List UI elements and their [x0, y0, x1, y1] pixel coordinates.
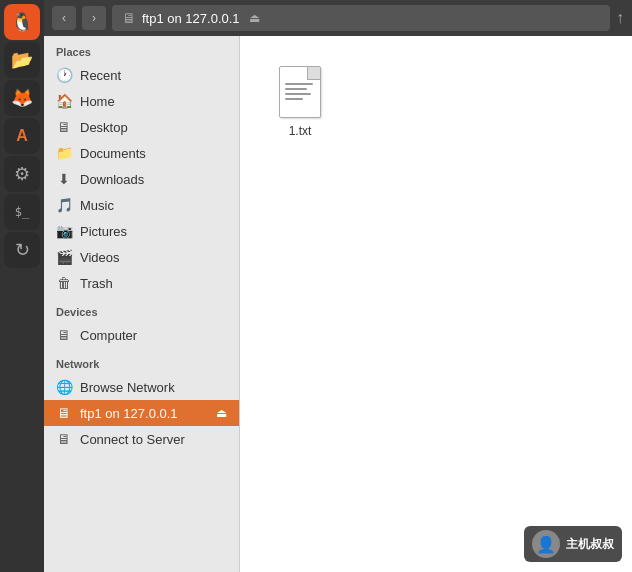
sidebar-item-ftp1[interactable]: 🖥 ftp1 on 127.0.0.1 ⏏	[44, 400, 239, 426]
file-icon-1txt	[276, 64, 324, 120]
software-icon: A	[16, 127, 28, 145]
dock-icon-update[interactable]: ↻	[4, 232, 40, 268]
file-line-4	[285, 98, 303, 100]
home-icon: 🏠	[56, 93, 72, 109]
documents-icon: 📁	[56, 145, 72, 161]
file-page-1txt	[279, 66, 321, 118]
dock-icon-settings[interactable]: ⚙	[4, 156, 40, 192]
titlebar: ‹ › 🖥 ftp1 on 127.0.0.1 ⏏ ↑	[44, 0, 632, 36]
sidebar-item-trash[interactable]: 🗑 Trash	[44, 270, 239, 296]
sidebar-item-home-label: Home	[80, 94, 115, 109]
location-text: ftp1 on 127.0.0.1	[142, 11, 240, 26]
dock-icon-ubuntu[interactable]: 🐧	[4, 4, 40, 40]
sidebar-item-connect-server[interactable]: 🖥 Connect to Server	[44, 426, 239, 452]
settings-icon: ⚙	[14, 163, 30, 185]
back-icon: ‹	[62, 11, 66, 25]
music-icon: 🎵	[56, 197, 72, 213]
ftp1-eject-icon[interactable]: ⏏	[216, 406, 227, 420]
file-item-1txt[interactable]: 1.txt	[260, 56, 340, 146]
sidebar: Places 🕐 Recent 🏠 Home 🖥 Desktop 📁 Docum…	[44, 36, 240, 572]
desktop-icon: 🖥	[56, 119, 72, 135]
location-computer-icon: 🖥	[122, 10, 136, 26]
sidebar-item-music-label: Music	[80, 198, 114, 213]
watermark: 👤 主机叔叔	[524, 526, 622, 562]
location-bar[interactable]: 🖥 ftp1 on 127.0.0.1 ⏏	[112, 5, 610, 31]
sidebar-item-desktop[interactable]: 🖥 Desktop	[44, 114, 239, 140]
firefox-icon: 🦊	[11, 87, 33, 109]
dock-icon-terminal[interactable]: $_	[4, 194, 40, 230]
sidebar-section-devices: Devices	[44, 296, 239, 322]
file-line-2	[285, 88, 307, 90]
dock: 🐧 📂 🦊 A ⚙ $_ ↻	[0, 0, 44, 572]
sidebar-item-videos[interactable]: 🎬 Videos	[44, 244, 239, 270]
sidebar-item-pictures-label: Pictures	[80, 224, 127, 239]
sidebar-item-trash-label: Trash	[80, 276, 113, 291]
file-name-1txt: 1.txt	[289, 124, 312, 138]
sidebar-item-connect-server-label: Connect to Server	[80, 432, 185, 447]
sidebar-item-music[interactable]: 🎵 Music	[44, 192, 239, 218]
eject-button[interactable]: ⏏	[246, 9, 264, 27]
watermark-avatar-icon: 👤	[536, 535, 556, 554]
recent-icon: 🕐	[56, 67, 72, 83]
videos-icon: 🎬	[56, 249, 72, 265]
sidebar-item-desktop-label: Desktop	[80, 120, 128, 135]
sidebar-item-videos-label: Videos	[80, 250, 120, 265]
trash-icon: 🗑	[56, 275, 72, 291]
dock-icon-firefox[interactable]: 🦊	[4, 80, 40, 116]
content-area: Places 🕐 Recent 🏠 Home 🖥 Desktop 📁 Docum…	[44, 36, 632, 572]
files-icon: 📂	[11, 49, 33, 71]
dock-icon-files[interactable]: 📂	[4, 42, 40, 78]
sort-icon[interactable]: ↑	[616, 9, 624, 27]
forward-icon: ›	[92, 11, 96, 25]
watermark-text: 主机叔叔	[566, 536, 614, 553]
back-button[interactable]: ‹	[52, 6, 76, 30]
sidebar-item-home[interactable]: 🏠 Home	[44, 88, 239, 114]
ubuntu-icon: 🐧	[11, 11, 33, 33]
file-line-3	[285, 93, 311, 95]
sidebar-item-computer-label: Computer	[80, 328, 137, 343]
sidebar-item-ftp1-label: ftp1 on 127.0.0.1	[80, 406, 178, 421]
sidebar-item-documents[interactable]: 📁 Documents	[44, 140, 239, 166]
file-area: 1.txt	[240, 36, 632, 572]
ftp1-icon: 🖥	[56, 405, 72, 421]
terminal-icon: $_	[15, 205, 29, 219]
pictures-icon: 📷	[56, 223, 72, 239]
sidebar-item-browse-network-label: Browse Network	[80, 380, 175, 395]
sidebar-item-documents-label: Documents	[80, 146, 146, 161]
main-window: ‹ › 🖥 ftp1 on 127.0.0.1 ⏏ ↑ Places 🕐 Rec…	[44, 0, 632, 572]
sidebar-item-computer[interactable]: 🖥 Computer	[44, 322, 239, 348]
sidebar-item-pictures[interactable]: 📷 Pictures	[44, 218, 239, 244]
downloads-icon: ⬇	[56, 171, 72, 187]
forward-button[interactable]: ›	[82, 6, 106, 30]
sidebar-item-recent[interactable]: 🕐 Recent	[44, 62, 239, 88]
file-page-lines	[280, 67, 320, 105]
dock-icon-software[interactable]: A	[4, 118, 40, 154]
browse-network-icon: 🌐	[56, 379, 72, 395]
sidebar-item-recent-label: Recent	[80, 68, 121, 83]
connect-server-icon: 🖥	[56, 431, 72, 447]
sidebar-item-browse-network[interactable]: 🌐 Browse Network	[44, 374, 239, 400]
sidebar-section-network: Network	[44, 348, 239, 374]
sidebar-section-places: Places	[44, 36, 239, 62]
update-icon: ↻	[15, 239, 30, 261]
sidebar-item-downloads-label: Downloads	[80, 172, 144, 187]
computer-icon: 🖥	[56, 327, 72, 343]
watermark-avatar: 👤	[532, 530, 560, 558]
sidebar-item-downloads[interactable]: ⬇ Downloads	[44, 166, 239, 192]
titlebar-right: ↑	[616, 9, 624, 27]
file-line-1	[285, 83, 313, 85]
